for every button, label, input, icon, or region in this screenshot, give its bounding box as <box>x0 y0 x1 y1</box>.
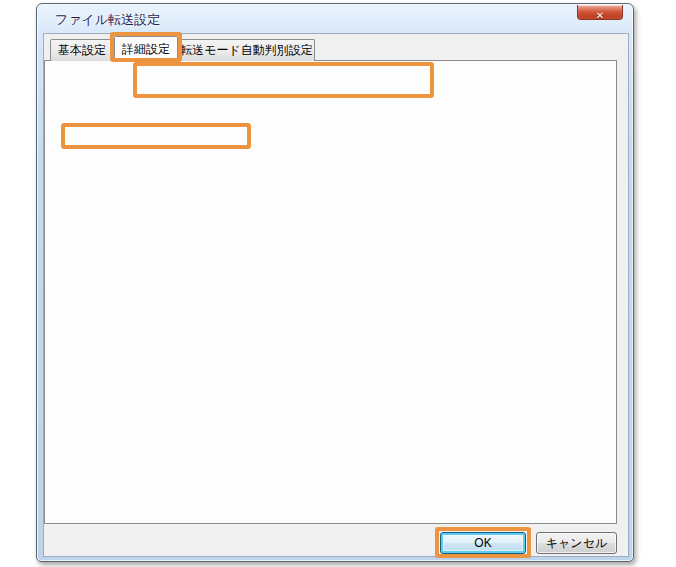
tab-page-advanced <box>44 60 617 524</box>
titlebar[interactable]: ファイル転送設定 ✕ <box>37 4 633 31</box>
tab-label: 詳細設定 <box>122 42 170 56</box>
tab-label: 基本設定 <box>58 43 106 57</box>
tab-advanced-settings[interactable]: 詳細設定 <box>114 36 178 61</box>
ok-button[interactable]: OK <box>440 532 526 554</box>
close-icon: ✕ <box>596 10 604 21</box>
tab-basic-settings[interactable]: 基本設定 <box>50 39 114 61</box>
tab-label: 転送モード自動判別設定 <box>180 43 313 57</box>
tab-transfer-mode-auto[interactable]: 転送モード自動判別設定 <box>178 39 315 61</box>
cancel-button[interactable]: キャンセル <box>536 532 617 554</box>
close-button[interactable]: ✕ <box>577 5 623 20</box>
screenshot-canvas: ファイル転送設定 ✕ 基本設定 詳細設定 転送モード自動判別設定 接続方法(B)… <box>0 0 676 567</box>
window-title: ファイル転送設定 <box>55 11 160 29</box>
